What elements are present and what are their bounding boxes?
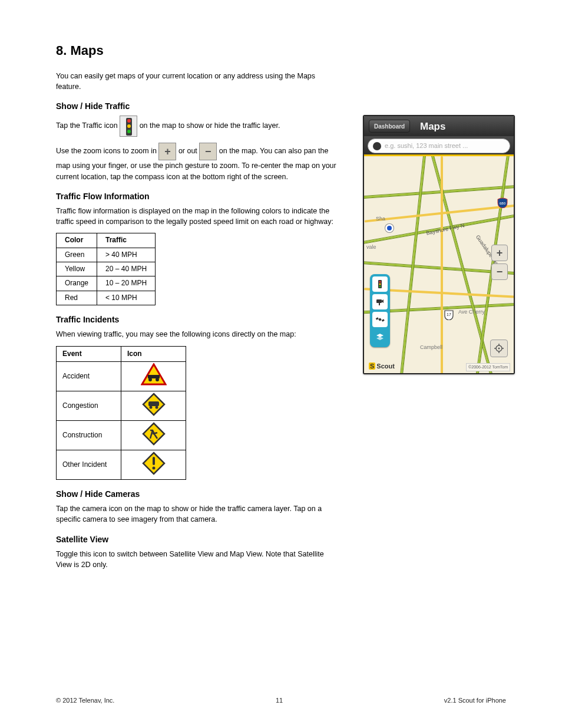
svg-text:680: 680 xyxy=(500,202,506,205)
camera-layer-button[interactable] xyxy=(372,294,388,309)
cameras-heading: Show / Hide Cameras xyxy=(56,488,339,500)
svg-rect-5 xyxy=(148,401,159,406)
svg-marker-0 xyxy=(142,364,166,384)
svg-rect-18 xyxy=(376,299,382,303)
incidents-table: EventIcon Accident Congestion Constructi… xyxy=(56,346,186,480)
traffic-heading: Show / Hide Traffic xyxy=(56,100,339,112)
traffic-p1: Tap the Traffic icon on the map to show … xyxy=(56,116,339,137)
search-bar: e.g. sushi, 123 main street ... xyxy=(364,136,514,156)
minus-icon: − xyxy=(199,143,217,160)
traffic-light-icon xyxy=(120,116,137,137)
map-layer-panel xyxy=(370,274,390,347)
svg-rect-22 xyxy=(382,319,385,322)
city-label: vale xyxy=(366,243,376,251)
footer-copyright: © 2012 Telenav, Inc. xyxy=(56,696,114,706)
flow-heading: Traffic Flow Information xyxy=(56,190,339,202)
scout-logo: SScout xyxy=(369,362,395,371)
plus-icon: + xyxy=(158,143,176,160)
city-label: Sha xyxy=(376,215,385,223)
cameras-text: Tap the camera icon on the map to show o… xyxy=(56,503,339,525)
flow-text: Traffic flow information is displayed on… xyxy=(56,206,339,227)
zoom-in-button[interactable]: + xyxy=(491,245,508,261)
phone-title: Maps xyxy=(420,120,445,134)
svg-rect-19 xyxy=(379,303,380,305)
city-label: Ave Cherry xyxy=(458,308,485,316)
page-footer: © 2012 Telenav, Inc. 11 v2.1 Scout for i… xyxy=(56,696,506,706)
phone-header: Dashboard Maps xyxy=(364,116,514,136)
svg-point-17 xyxy=(379,285,381,287)
zoom-controls: + − xyxy=(491,245,508,280)
svg-rect-3 xyxy=(148,375,160,378)
svg-point-11 xyxy=(152,466,155,469)
footer-page: 11 xyxy=(276,696,283,706)
recenter-button[interactable] xyxy=(490,340,508,357)
svg-point-7 xyxy=(155,406,158,409)
svg-point-24 xyxy=(498,348,500,350)
dashboard-button[interactable]: Dashboard xyxy=(369,120,410,133)
search-placeholder: e.g. sushi, 123 main street ... xyxy=(385,141,468,151)
road-label: Bayshore Fwy N xyxy=(425,222,465,237)
traffic-layer-button[interactable] xyxy=(372,276,388,292)
city-label: Campbell xyxy=(420,344,442,351)
phone-screenshot: Dashboard Maps e.g. sushi, 123 main stre… xyxy=(363,115,515,374)
intro-text: You can easily get maps of your current … xyxy=(56,71,339,92)
svg-rect-20 xyxy=(378,318,382,321)
svg-point-16 xyxy=(379,283,381,285)
layers-toggle-button[interactable] xyxy=(372,330,388,345)
incidents-heading: Traffic Incidents xyxy=(56,314,339,325)
svg-point-15 xyxy=(379,281,381,282)
zoom-out-button[interactable]: − xyxy=(491,263,508,280)
search-input[interactable]: e.g. sushi, 123 main street ... xyxy=(368,139,510,153)
svg-point-6 xyxy=(149,406,152,409)
congestion-icon xyxy=(141,393,167,416)
satellite-layer-button[interactable] xyxy=(372,312,388,327)
page-title: 8. Maps xyxy=(56,41,339,60)
interstate-shield-icon: 680 xyxy=(497,197,508,208)
tomtom-attribution: ©2006-2012 TomTom xyxy=(466,363,510,371)
footer-version: v2.1 Scout for iPhone xyxy=(444,696,506,706)
svg-text:17: 17 xyxy=(447,312,451,317)
flow-table: ColorTraffic Green> 40 MPH Yellow20 – 40… xyxy=(56,233,156,305)
incidents-text: When viewing traffic, you may see the fo… xyxy=(56,329,339,340)
mic-icon[interactable] xyxy=(373,142,381,150)
svg-rect-21 xyxy=(376,317,379,320)
svg-rect-10 xyxy=(153,457,155,465)
traffic-p2: Use the zoom icons to zoom in + or out −… xyxy=(56,143,339,182)
satellite-text: Toggle this icon to switch between Satel… xyxy=(56,549,339,570)
route-shield-icon: 17 xyxy=(444,309,454,320)
construction-icon xyxy=(141,422,167,446)
map-canvas[interactable]: Bayshore Fwy N Guadalupe Pkwy N vale Sha… xyxy=(364,156,514,374)
current-location-dot xyxy=(385,224,394,232)
accident-icon xyxy=(141,363,167,387)
other-incident-icon xyxy=(141,452,167,475)
satellite-heading: Satellite View xyxy=(56,533,339,545)
